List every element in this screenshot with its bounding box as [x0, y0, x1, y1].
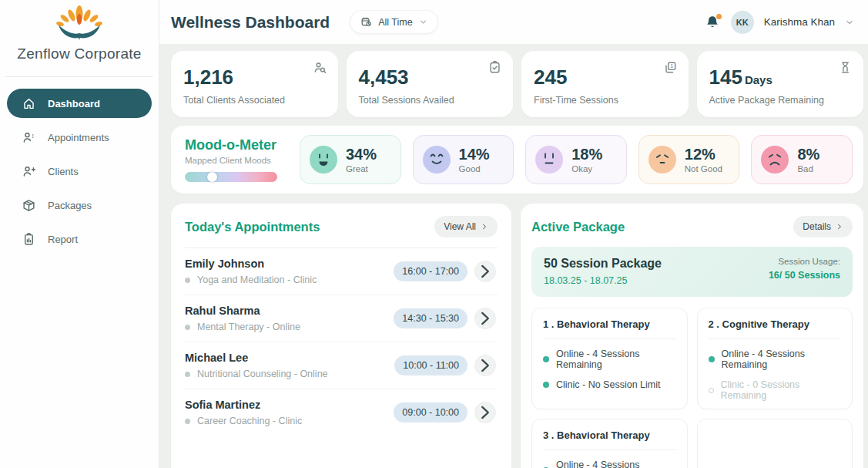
brand-name: Zenflow Corporate: [0, 45, 159, 62]
time-filter-label: All Time: [378, 17, 412, 28]
mood-card-bad: 8% Bad: [751, 135, 853, 184]
therapy-card: 3 . Behavioral Therapy Online - 4 Sessio…: [531, 419, 688, 468]
stat-card: 145Days Active Package Remaining: [697, 51, 864, 117]
stat-label: Total Sessions Availed: [359, 95, 501, 106]
mood-slider[interactable]: [185, 172, 277, 182]
stat-value: 145Days: [709, 66, 852, 89]
appointment-service: Yoga and Meditation - Clinic: [185, 274, 317, 285]
time-slot-badge: 14:30 - 15:30: [394, 308, 468, 328]
zenflow-logo-icon: [52, 4, 106, 41]
view-all-button[interactable]: View All: [434, 216, 498, 237]
mood-card-not-good: 12% Not Good: [638, 135, 740, 184]
service-dot-icon: [185, 325, 190, 330]
open-appointment-button[interactable]: [474, 355, 496, 376]
session-status-dot-icon: [709, 356, 715, 362]
avatar[interactable]: KK: [731, 11, 754, 34]
bottom-row: Today's Appointments View All Emily John…: [171, 204, 863, 468]
session-text: Online - 4 Sessions Remaining: [556, 460, 676, 468]
stat-card: 245 First-Time Sessions 1: [521, 51, 689, 117]
sidebar-item-appointments[interactable]: Appointments: [7, 123, 152, 152]
mood-label: Great: [346, 164, 377, 173]
hourglass-icon: [838, 60, 853, 75]
appointment-actions: 14:30 - 15:30: [394, 308, 496, 329]
mood-percent: 14%: [459, 146, 490, 162]
view-all-label: View All: [444, 221, 476, 232]
person-search-icon: [313, 60, 327, 75]
stat-value: 4,453: [359, 66, 501, 89]
mood-card-okay: 18% Okay: [525, 135, 627, 184]
package-date-range: 18.03.25 - 18.07.25: [544, 275, 662, 286]
mood-percent: 8%: [797, 146, 819, 162]
notification-dot: [716, 14, 722, 19]
report-icon: [22, 232, 36, 247]
appointment-info: Michael Lee Nutritional Counseling - Onl…: [185, 352, 328, 379]
sidebar-item-report[interactable]: Report: [7, 224, 152, 254]
appointment-service: Career Coaching - Clinic: [185, 416, 302, 426]
session-line: Online - 4 Sessions Remaining: [543, 460, 676, 468]
service-text: Nutritional Counseling - Online: [197, 369, 328, 379]
session-status-dot-icon: [543, 382, 549, 388]
service-text: Yoga and Meditation - Clinic: [197, 274, 317, 285]
open-appointment-button[interactable]: [474, 402, 496, 423]
mood-label: Okay: [571, 164, 602, 173]
calendar-clock-icon: [360, 16, 372, 28]
mood-o-meter-panel: Mood-o-Meter Mapped Client Moods 34% Gre…: [171, 126, 863, 194]
mood-stats: 12% Not Good: [685, 146, 722, 173]
open-appointment-button[interactable]: [474, 308, 496, 329]
time-filter-dropdown[interactable]: All Time: [350, 10, 437, 34]
person-plus-icon: [22, 164, 36, 179]
sidebar-item-clients[interactable]: Clients: [7, 157, 152, 186]
main-area: Wellness Dashboard All Time KK Karishma …: [159, 0, 868, 468]
client-name: Sofia Martinez: [185, 399, 302, 411]
mood-stats: 8% Bad: [797, 146, 819, 173]
session-line: Clinic - 0 Sessions Remaining: [709, 379, 842, 401]
mood-label: Not Good: [685, 164, 722, 173]
appointments-header: Today's Appointments View All: [185, 216, 498, 237]
chevron-down-icon: [419, 18, 427, 26]
details-button[interactable]: Details: [793, 216, 853, 237]
package-icon: [22, 198, 36, 213]
package-summary-card: 50 Session Package 18.03.25 - 18.07.25 S…: [531, 247, 853, 297]
stat-card: 4,453 Total Sessions Availed: [347, 51, 514, 117]
notifications-button[interactable]: [704, 14, 721, 31]
chevron-down-icon[interactable]: [845, 18, 854, 27]
open-appointment-button[interactable]: [474, 261, 496, 282]
client-name: Emily Johnson: [185, 258, 317, 270]
mood-percent: 12%: [685, 146, 722, 162]
stat-value: 245: [534, 66, 676, 89]
sidebar: Zenflow Corporate Dashboard Appointments…: [0, 0, 159, 468]
therapy-grid: 1 . Behavioral Therapy Online - 4 Sessio…: [531, 308, 853, 468]
good-face-icon: [423, 146, 451, 173]
usage-value: 16/ 50 Sessions: [769, 270, 840, 281]
mood-card-good: 14% Good: [413, 135, 514, 184]
mood-meter-subtitle: Mapped Client Moods: [185, 156, 288, 165]
divider: [543, 449, 676, 450]
session-text: Clinic - 0 Sessions Remaining: [721, 379, 842, 401]
sidebar-item-packages[interactable]: Packages: [7, 190, 152, 220]
appointment-info: Sofia Martinez Career Coaching - Clinic: [185, 399, 302, 426]
sidebar-item-label: Clients: [48, 166, 79, 177]
mood-slider-thumb[interactable]: [207, 172, 217, 182]
therapy-title: 2 . Cognitive Therapy: [709, 318, 842, 330]
first-session-icon: 1: [663, 60, 678, 75]
client-name: Rahul Sharma: [185, 305, 300, 317]
mood-meter-header: Mood-o-Meter Mapped Client Moods: [185, 137, 288, 182]
mood-label: Good: [459, 164, 490, 173]
appointment-row: Emily Johnson Yoga and Meditation - Clin…: [185, 248, 498, 295]
appointment-service: Nutritional Counseling - Online: [185, 369, 328, 379]
empty-therapy-card: [697, 419, 853, 468]
mood-percent: 18%: [571, 146, 602, 162]
bad-face-icon: [761, 146, 789, 173]
service-dot-icon: [185, 278, 190, 283]
sidebar-item-dashboard[interactable]: Dashboard: [7, 89, 152, 118]
therapy-title: 1 . Behavioral Therapy: [543, 318, 676, 330]
session-status-dot-icon: [709, 388, 714, 393]
package-header: Active Package Details: [531, 216, 853, 237]
sidebar-nav: Dashboard Appointments Clients Packages …: [0, 77, 159, 265]
page-title: Wellness Dashboard: [171, 13, 330, 32]
stat-card: 1,216 Total Clients Associated: [171, 51, 338, 117]
chevron-right-icon: [481, 223, 488, 231]
package-title: Active Package: [531, 220, 625, 234]
sidebar-item-label: Report: [48, 234, 78, 245]
appointment-actions: 10:00 - 11:00: [394, 355, 496, 376]
